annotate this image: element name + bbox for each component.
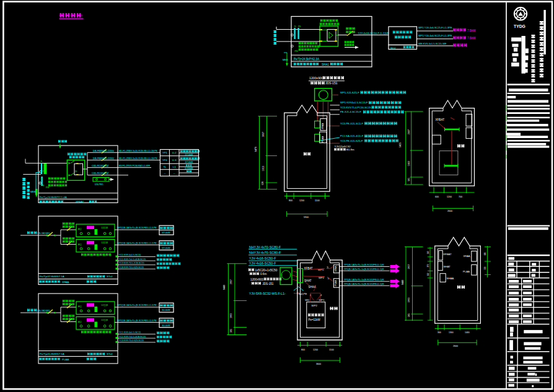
svg-text:YC8 KVV-TL5-KZ3-SC15: YC8 KVV-TL5-KZ3-SC15: [119, 266, 144, 269]
svg-text:NHYJV-4x70-SC80-F: NHYJV-4x70-SC80-F: [249, 245, 281, 249]
svg-text:WP2: WP2: [312, 304, 318, 307]
svg-text:1440: 1440: [465, 331, 470, 334]
svg-text:WP2(1B-1A/3x70+(B-SC8-FB3-L1-3: WP2(1B-1A/3x70+(B-SC8-FB3-L1-3.PE: [117, 242, 157, 245]
svg-text:YC3 KVV-TL5-2CB-SC15: YC3 KVV-TL5-2CB-SC15: [119, 262, 144, 264]
svg-text:300: 300: [437, 331, 441, 334]
svg-text:XFAA: XFAA: [335, 266, 337, 272]
svg-text:650: 650: [427, 272, 429, 276]
svg-text:WP1 YJV-4x6-SC25-F-L1-3PE: WP1 YJV-4x6-SC25-F-L1-3PE: [418, 26, 452, 29]
svg-text:SHAA: SHAA: [447, 277, 454, 280]
svg-text:37.0kW: 37.0kW: [185, 161, 193, 163]
svg-text:MEB: MEB: [283, 58, 288, 61]
svg-text:1/2(1)B: 1/2(1)B: [101, 227, 108, 229]
svg-text:JDS-151: JDS-151: [263, 282, 274, 285]
svg-text:30.0kW: 30.0kW: [162, 308, 170, 311]
svg-text:AQ: AQ: [78, 305, 82, 308]
svg-text:5425: 5425: [399, 142, 402, 147]
svg-text:YJV-5X8-SC32-WS.F-L1-: YJV-5X8-SC32-WS.F-L1-: [249, 292, 286, 295]
svg-text:YP1(B-1A/3x70+1x(B-SC65/FB-D-1: YP1(B-1A/3x70+1x(B-SC65/FB-D-1)/K: [344, 268, 385, 271]
svg-text:DN-1B2/4KD: DN-1B2/4KD: [38, 310, 51, 312]
svg-text:2607: 2607: [408, 129, 410, 134]
svg-text:DN-1B2/4KD: DN-1B2/4KD: [38, 232, 51, 235]
svg-text:YJV-4x16-SC50-F-D-1)UK: YJV-4x16-SC50-F-D-1)UK: [358, 32, 390, 35]
svg-text:3x4,PE: 3x4,PE: [299, 292, 307, 295]
svg-text:YP1(B-1A/3x70+1x(B-SC65/FB-D-1: YP1(B-1A/3x70+1x(B-SC65/FB-D-1)/K: [344, 264, 385, 266]
svg-text:M1-F1-ZRBV-3x16-RCB-KB-L1-CB.P: M1-F1-ZRBV-3x16-RCB-KB-L1-CB.PE: [119, 157, 158, 160]
svg-text:YC3 KVV-TL4-KZ3-SC15: YC3 KVV-TL4-KZ3-SC15: [119, 339, 144, 342]
svg-text:7.5kW: 7.5kW: [467, 37, 476, 40]
svg-text:SLU: SLU: [390, 46, 396, 50]
svg-text:XFAA: XFAA: [321, 123, 324, 130]
svg-text:1100: 1100: [329, 349, 334, 351]
svg-text:XFBAT: XFBAT: [436, 118, 445, 121]
svg-text:WP1-XJ1-KZ1-F: WP1-XJ1-KZ1-F: [340, 91, 359, 94]
svg-text:WP2(1B-1A/3x70+(B-SC8-FB3-L1-3: WP2(1B-1A/3x70+(B-SC8-FB3-L1-3.PE: [117, 227, 157, 229]
svg-text:YP1(B-1A/3x70+1x(B-SC65/FB-D-1: YP1(B-1A/3x70+1x(B-SC65/FB-D-1)/K: [344, 283, 385, 285]
svg-text:AQ: AQ: [78, 243, 82, 246]
svg-text:BV-F5-ZRVV-PCB-KBZ-L1.KFF: BV-F5-ZRVV-PCB-KBZ-L1.KFF: [119, 165, 151, 167]
svg-text:WP2(1B-1A/3x70+(B-SC8-FB3-L1-3: WP2(1B-1A/3x70+(B-SC8-FB3-L1-3.PE: [117, 320, 157, 322]
svg-text:2600: 2600: [453, 345, 458, 347]
svg-text:505: 505: [408, 313, 410, 317]
svg-text:3937: 3937: [262, 132, 265, 137]
svg-text:1663: 1663: [408, 161, 410, 166]
svg-text:PLAA: PLAA: [321, 136, 324, 143]
svg-text:1200: 1200: [313, 349, 318, 351]
svg-text:800: 800: [289, 199, 292, 202]
svg-text:080: 080: [484, 252, 486, 255]
svg-text:YP1(B-1A/3x70+1x(B-SC65/FB-D-1: YP1(B-1A/3x70+1x(B-SC65/FB-D-1)/K: [344, 279, 385, 281]
svg-text:3/7x4: 3/7x4: [107, 353, 112, 355]
svg-text:PE: PE: [298, 25, 301, 28]
svg-text:0.55kW: 0.55kW: [185, 167, 193, 170]
svg-text:PLAA: PLAA: [335, 280, 337, 286]
svg-text:WD: WD: [305, 298, 309, 302]
svg-text:SHAT: SHAT: [444, 265, 451, 268]
svg-text:1/2(1)B: 1/2(1)B: [101, 304, 108, 307]
svg-text:AQ: AQ: [78, 321, 82, 323]
svg-text:1663: 1663: [230, 313, 232, 318]
svg-text:1200x900: 1200x900: [309, 76, 323, 80]
svg-text:Pe/Tj=24.8kW/YC1.4A: Pe/Tj=24.8kW/YC1.4A: [40, 196, 67, 199]
svg-text:5900: 5900: [304, 216, 309, 219]
svg-text:30.0kW: 30.0kW: [162, 324, 170, 327]
svg-text:SHA1: SHA1: [322, 63, 329, 66]
svg-text:1200: 1200: [299, 199, 304, 202]
svg-text:NHYJV-4x70-SC80-F: NHYJV-4x70-SC80-F: [249, 251, 281, 255]
svg-text:YJV-4x16-SC50-F: YJV-4x16-SC50-F: [249, 261, 276, 265]
svg-text:YC5 KVV-TL4-PC16-SC15: YC5 KVV-TL4-PC16-SC15: [340, 106, 371, 109]
svg-text:37.0kW: 37.0kW: [162, 246, 170, 250]
svg-text:6470: 6470: [255, 147, 257, 152]
svg-text:XFAA: XFAA: [62, 281, 69, 284]
svg-text:YC1 KVV-7x1.5-4CB-SC15: YC1 KVV-7x1.5-4CB-SC15: [119, 258, 146, 261]
svg-text:JDS-151: JDS-151: [325, 81, 338, 85]
svg-text:WP1 KVV4x1.5-SC15-F: WP1 KVV4x1.5-SC15-F: [340, 101, 368, 104]
svg-text:2807: 2807: [230, 279, 232, 284]
svg-text:PE: PE: [295, 50, 299, 53]
svg-text:C65-RC65/D32: C65-RC65/D32: [92, 172, 109, 175]
svg-text:WP1: WP1: [318, 268, 324, 271]
svg-text::: :: [82, 14, 83, 18]
svg-text:YP1: YP1: [162, 151, 168, 154]
svg-text:C65-RC65/D32: C65-RC65/D32: [92, 164, 109, 167]
svg-text:WP2(1B-1A/3x70+(B-SC8-FB3-L1-3: WP2(1B-1A/3x70+(B-SC8-FB3-L1-3.PE: [117, 304, 157, 307]
svg-text:1200x900: 1200x900: [250, 278, 263, 281]
svg-text:505: 505: [230, 329, 232, 333]
svg-text:1/2(1)B: 1/2(1)B: [101, 242, 108, 244]
svg-text:3600: 3600: [316, 363, 321, 365]
svg-text:620: 620: [262, 181, 264, 185]
svg-text:YC1 KVV-4x1.5-SC15: YC1 KVV-4x1.5-SC15: [119, 254, 141, 256]
svg-text:U-2: U-2: [172, 151, 177, 154]
svg-text:B1.8m: B1.8m: [346, 148, 354, 151]
svg-text:U-3: U-3: [172, 159, 177, 162]
svg-text:1200: 1200: [447, 196, 452, 198]
svg-text:WP1 YJV-4x6-SC25-F-L1-3PE: WP1 YJV-4x6-SC25-F-L1-3PE: [418, 34, 452, 37]
svg-text:PLAA: PLAA: [463, 270, 470, 273]
svg-text:3/7x4: 3/7x4: [107, 276, 112, 278]
svg-text:Pe/Tj=31.8kW/67.1A: Pe/Tj=31.8kW/67.1A: [40, 352, 64, 355]
svg-text:XFBAT: XFBAT: [443, 253, 452, 256]
svg-text:YJV(2)x5C32: YJV(2)x5C32: [335, 145, 351, 148]
svg-text:PE-XJ1-4-SC15-F: PE-XJ1-4-SC15-F: [340, 110, 361, 113]
svg-text:Pe=11kW: Pe=11kW: [308, 318, 320, 321]
svg-text:YJV-4x16-SC50-F: YJV-4x16-SC50-F: [249, 256, 276, 260]
svg-text:YC1 KVV-7x1.5-4CB-SC15: YC1 KVV-7x1.5-4CB-SC15: [119, 336, 146, 338]
